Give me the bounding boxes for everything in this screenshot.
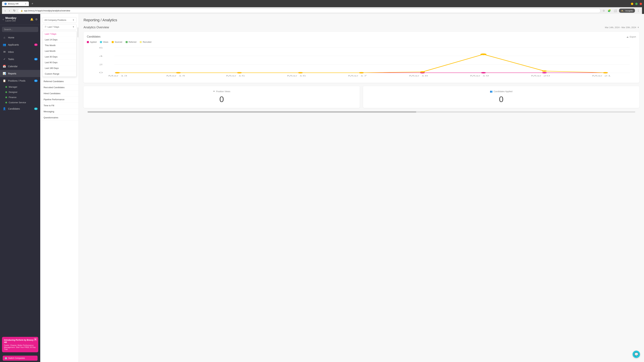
sidebar-item-applicants[interactable]: 👥 Applicants 7 (0, 41, 40, 48)
reports-icon: 📊 (3, 72, 6, 75)
cloud-icon: ☁ (626, 35, 628, 38)
browser-toolbar: ‹ › ↻ 🔒 app.breezy.hr/app/c/moodjoy/anal… (2, 7, 642, 14)
profile-icon[interactable]: ⬜ (613, 8, 618, 13)
report-item-timetofill[interactable]: Time to Fill (40, 103, 79, 109)
tab-title: Breezy HR (8, 2, 18, 5)
line-chart: 6 4 2 0 (87, 46, 636, 79)
url-text: app.breezy.hr/app/c/moodjoy/analytics/ov… (24, 9, 70, 12)
new-tab-button[interactable]: + (30, 1, 35, 6)
time-option-customrange[interactable]: Custom Range (42, 71, 76, 77)
legend-label-views: Views (103, 41, 108, 43)
switch-companies-button[interactable]: 🏢 Switch Companies (3, 356, 38, 361)
bookmark-icon[interactable]: ☆ (602, 8, 606, 13)
horizontal-scrollbar[interactable] (88, 111, 635, 113)
minimize-button[interactable] (631, 3, 633, 5)
report-item-hired[interactable]: Hired Candidates (40, 90, 79, 96)
svg-text:Mar 16: Mar 16 (287, 75, 306, 77)
stat-label-candidates-applied: 👥 Candidates Applied (367, 90, 635, 93)
chat-bubble-button[interactable]: 💬 (632, 351, 640, 358)
svg-point-18 (176, 72, 181, 73)
legend-recruited: Recruited (140, 41, 151, 43)
manager-item[interactable]: Manager (3, 84, 40, 89)
svg-text:4: 4 (99, 55, 103, 57)
svg-text:Mar 17: Mar 17 (348, 75, 367, 77)
date-range: Mar 14th, 2024 - Mar 20th, 2024 ▼ (605, 26, 639, 29)
time-dropdown-wrapper: ⏱ Last 7 Days ▼ (42, 24, 77, 30)
sidebar-item-reports[interactable]: 📊 Reports (0, 70, 40, 77)
nav-label-candidates: Candidates (8, 107, 20, 110)
menu-icon[interactable]: ⋮ (636, 8, 640, 13)
report-item-recruited[interactable]: Recruited Candidates (40, 84, 79, 90)
svg-point-24 (542, 70, 547, 72)
toolbar-actions: ☆ 🧩 ⬜ 🕵 Incognito ⋮ (602, 8, 640, 13)
time-option-last180days[interactable]: Last 180 Days (42, 65, 76, 71)
candidates-badge: + (34, 108, 38, 110)
sidebar-search-input[interactable] (2, 27, 38, 32)
legend-dot-applied (87, 41, 89, 43)
clock-icon: ⏱ (44, 26, 46, 28)
manager-label: Manager (9, 86, 17, 88)
time-option-last7days[interactable]: Last 7 Days (42, 31, 76, 37)
legend-label-applied: Applied (90, 41, 96, 43)
time-option-label-2: This Month (45, 44, 56, 46)
export-button[interactable]: ☁ Export (626, 35, 636, 38)
legend-label-referred: Referred (129, 41, 136, 43)
extensions-icon[interactable]: 🧩 (607, 8, 612, 13)
designer-item[interactable]: Designer (3, 89, 40, 95)
time-option-last30days[interactable]: Last 30 Days (42, 54, 76, 60)
report-item-referred[interactable]: Referred Candidates (40, 78, 79, 84)
company-info: Moodjoy Lauren Dell (5, 16, 28, 22)
legend-dot-referred (126, 41, 128, 43)
back-nav-button[interactable]: ‹ (4, 8, 6, 13)
address-bar[interactable]: 🔒 app.breezy.hr/app/c/moodjoy/analytics/… (18, 8, 601, 13)
report-item-messaging[interactable]: Messaging (40, 109, 79, 115)
report-item-questionnaires[interactable]: Questionnaires (40, 115, 79, 121)
positions-dropdown-chevron: ▼ (72, 19, 74, 21)
maximize-button[interactable] (635, 3, 638, 5)
scrollbar-thumb (88, 111, 416, 113)
svg-text:0: 0 (99, 71, 103, 73)
refresh-button[interactable]: ↻ (12, 8, 16, 13)
notification-icon[interactable]: 🔔 (30, 18, 34, 21)
sidebar-header: ‹ Moodjoy Lauren Dell 🔔 ⚙ (0, 14, 40, 25)
sidebar-item-candidates[interactable]: 👤 Candidates + (0, 105, 40, 112)
nav-label-reports: Reports (8, 72, 16, 75)
calendar-icon: 📅 (3, 65, 6, 68)
main-content: All Company Positions ▼ ⏱ Last 7 Days ▼ … (40, 14, 644, 362)
customer-service-item[interactable]: Customer Service (3, 100, 40, 105)
svg-text:Mar 14: Mar 14 (166, 75, 185, 77)
sidebar-item-inbox[interactable]: ✉ Inbox (0, 48, 40, 55)
active-tab[interactable]: Breezy HR ✕ (2, 1, 29, 6)
time-option-label-0: Last 7 Days (45, 33, 56, 35)
sidebar-item-calendar[interactable]: 📅 Calendar (0, 63, 40, 70)
sidebar: ‹ Moodjoy Lauren Dell 🔔 ⚙ ⌂ Home 👥 Appli… (0, 14, 40, 362)
customer-service-label: Customer Service (9, 101, 26, 104)
sidebar-item-positions[interactable]: 📋 Positions / Pools + (0, 77, 40, 84)
chart-wrapper: 6 4 2 0 (87, 46, 636, 79)
time-dropdown-trigger[interactable]: ⏱ Last 7 Days ▼ (42, 24, 77, 30)
time-option-last90days[interactable]: Last 90 Days (42, 60, 76, 65)
time-dropdown-menu: Last 7 Days Last 14 Days This Month Last… (42, 31, 77, 77)
settings-icon[interactable]: ⚙ (35, 18, 38, 21)
close-promo-button[interactable]: ✕ (34, 338, 37, 341)
positions-dropdown[interactable]: All Company Positions ▼ (42, 17, 77, 23)
svg-text:2: 2 (99, 63, 103, 65)
time-option-last14days[interactable]: Last 14 Days (42, 37, 76, 42)
legend-label-sourced: Sourced (115, 41, 122, 43)
chart-header: Candidates ☁ Export (87, 35, 636, 38)
sidebar-back-button[interactable]: ‹ (3, 17, 4, 21)
tab-close-button[interactable]: ✕ (25, 3, 26, 5)
time-option-thismonth[interactable]: This Month (42, 42, 76, 48)
lock-icon: 🔒 (21, 9, 23, 12)
report-item-pipeline[interactable]: Pipeline Performance (40, 96, 79, 103)
panel-scrollbar[interactable] (78, 27, 78, 37)
nav-label-applicants: Applicants (8, 43, 19, 46)
sidebar-item-home[interactable]: ⌂ Home (0, 34, 40, 41)
date-range-arrow[interactable]: ▼ (637, 26, 639, 29)
sidebar-item-tasks[interactable]: ✓ Tasks + (0, 55, 40, 63)
time-option-lastmonth[interactable]: Last Month (42, 48, 76, 54)
svg-text:6: 6 (99, 47, 103, 49)
forward-nav-button[interactable]: › (8, 8, 11, 13)
close-button[interactable] (640, 3, 642, 5)
finance-item[interactable]: Finance (3, 95, 40, 100)
